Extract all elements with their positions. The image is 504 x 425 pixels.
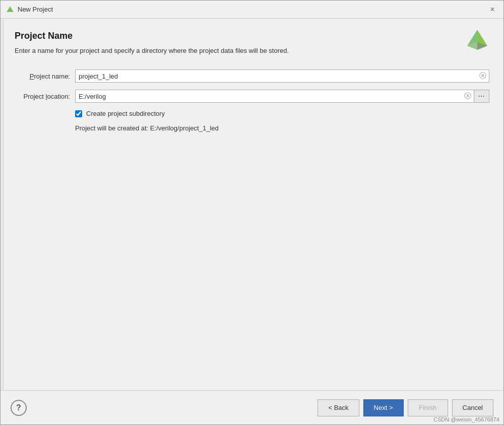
footer: ? < Back Next > Finish Cancel — [1, 390, 503, 424]
footer-left: ? — [11, 400, 27, 416]
project-name-label: Project name: — [15, 73, 75, 80]
project-location-clear-button[interactable]: ⓧ — [461, 90, 474, 103]
project-path-text: Project will be created at: E:/verilog/p… — [75, 124, 219, 132]
project-location-input-container: ⓧ ··· — [75, 90, 489, 103]
cancel-button[interactable]: Cancel — [452, 399, 493, 416]
project-name-input-container: ⓧ — [75, 69, 489, 83]
help-button[interactable]: ? — [11, 400, 27, 416]
create-subdir-checkbox[interactable] — [75, 110, 82, 117]
form-section: Project name: ⓧ Project location: ⓧ — [15, 69, 489, 132]
page-description: Enter a name for your project and specif… — [15, 46, 489, 55]
project-name-label-underline: P — [30, 73, 34, 80]
create-subdir-label[interactable]: Create project subdirectory — [86, 110, 165, 117]
dialog-title: New Project — [18, 6, 486, 13]
project-location-row: Project location: ⓧ ··· — [15, 90, 489, 103]
project-name-row: Project name: ⓧ — [15, 69, 489, 83]
content-area: Project Name Enter a name for your proje… — [1, 19, 503, 390]
back-button[interactable]: < Back — [318, 399, 359, 416]
left-accent-bar — [1, 19, 4, 390]
new-project-dialog: New Project × Project Name Enter a name … — [0, 0, 504, 425]
project-path-display: Project will be created at: E:/verilog/p… — [75, 124, 489, 132]
location-input-group: ⓧ ··· — [75, 90, 489, 103]
finish-button[interactable]: Finish — [408, 399, 448, 416]
close-button[interactable]: × — [486, 4, 498, 16]
project-location-label-underline: l — [46, 93, 47, 100]
title-bar: New Project × — [1, 1, 503, 19]
watermark: CSDN @weixin_45676874 — [433, 416, 499, 422]
project-location-input[interactable] — [75, 90, 474, 103]
browse-button[interactable]: ··· — [474, 90, 489, 103]
page-title: Project Name — [15, 31, 489, 41]
footer-right: < Back Next > Finish Cancel — [318, 399, 493, 416]
project-name-input[interactable] — [75, 69, 489, 83]
next-button[interactable]: Next > — [363, 399, 404, 416]
browse-dots: ··· — [478, 93, 485, 100]
app-icon — [6, 5, 15, 14]
logo-icon — [465, 28, 489, 52]
create-subdir-row: Create project subdirectory — [75, 110, 489, 117]
project-location-label: Project location: — [15, 93, 75, 100]
svg-marker-1 — [7, 7, 13, 12]
project-name-clear-button[interactable]: ⓧ — [476, 69, 489, 83]
